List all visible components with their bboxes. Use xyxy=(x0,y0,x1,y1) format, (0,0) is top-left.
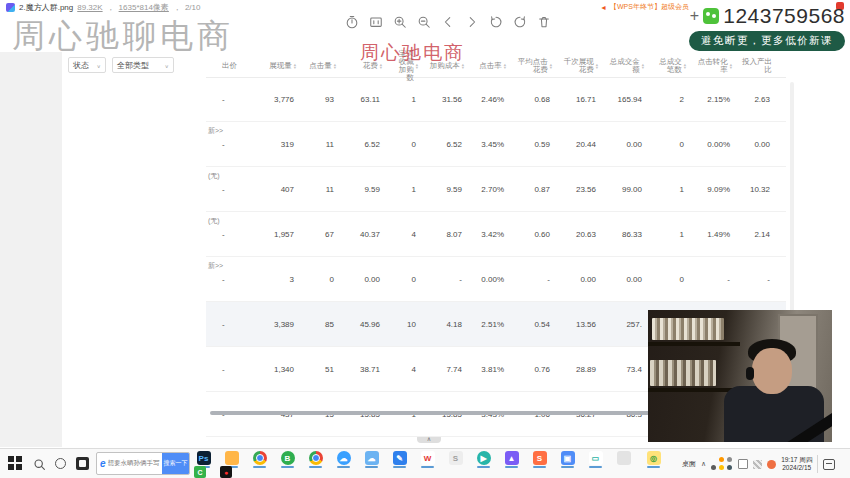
sort-icon[interactable]: ▴▾ xyxy=(730,63,732,70)
rotate-right-icon[interactable] xyxy=(512,14,527,29)
system-tray: 桌面 ∧ 19:17 周四 2024/2/15 xyxy=(682,449,835,478)
sort-icon[interactable]: ▴▾ xyxy=(294,63,296,70)
zoom-out-icon[interactable] xyxy=(416,14,431,29)
column-header-7[interactable]: 点击率▴▾ xyxy=(474,55,516,77)
desktop-toolbar-label[interactable]: 桌面 xyxy=(682,459,696,469)
column-header-label: 总成交笔数 xyxy=(654,58,682,74)
tray-icon-dot[interactable] xyxy=(711,465,716,470)
table-row[interactable]: (无)-407119.5919.592.70%0.8723.5699.0019.… xyxy=(206,167,786,212)
screen-capture-icon[interactable]: ▭ xyxy=(586,451,605,468)
column-header-3[interactable]: 点击量▴▾ xyxy=(306,55,346,77)
baidu-icon: B xyxy=(281,451,295,465)
table-row[interactable]: -3,7769363.11131.562.46%0.6816.71165.942… xyxy=(206,77,786,122)
wps-promo-banner[interactable]: ◄ 【WPS年终节】超级会员 xyxy=(600,2,689,12)
wps-icon[interactable]: W xyxy=(418,451,437,468)
task-view-icon[interactable] xyxy=(76,457,89,470)
table-cell: 28.89 xyxy=(562,347,608,391)
docs-pen-icon[interactable]: ✎ xyxy=(390,451,409,468)
next-icon[interactable] xyxy=(464,14,479,29)
camtasia-icon[interactable]: C xyxy=(194,466,206,478)
file-size-link[interactable]: 89.32K xyxy=(77,3,102,12)
delete-icon[interactable] xyxy=(536,14,551,29)
column-header-label: 投入产出比 xyxy=(742,58,772,74)
s-orange-icon[interactable]: S xyxy=(530,451,549,468)
column-header-9[interactable]: 千次展现花费▴▾ xyxy=(562,55,608,77)
ime-indicator-icon[interactable] xyxy=(738,459,748,469)
column-header-11[interactable]: 总成交笔数▴▾ xyxy=(654,55,696,77)
chrome-icon[interactable] xyxy=(306,451,325,468)
table-cell: 93 xyxy=(306,77,346,121)
start-button[interactable] xyxy=(8,456,23,471)
table-row[interactable]: 新>>-300.000-0.00%-0.000.000-- xyxy=(206,257,786,302)
action-center-icon[interactable] xyxy=(823,459,835,470)
chevron-down-icon: ∨ xyxy=(97,62,101,68)
prev-icon[interactable] xyxy=(440,14,455,29)
table-cell: 1,340 xyxy=(250,347,306,391)
type-filter-dropdown[interactable]: 全部类型 ∨ xyxy=(112,57,174,73)
actual-size-icon[interactable] xyxy=(368,14,383,29)
table-row[interactable]: (无)-1,9576740.3748.073.42%0.6020.6386.33… xyxy=(206,212,786,257)
paper-plane-icon: ▶ xyxy=(477,451,491,465)
recorder-icon[interactable]: ● xyxy=(220,466,232,478)
sort-icon[interactable]: ▴▾ xyxy=(550,63,552,70)
pictures-icon[interactable]: ▣ xyxy=(558,451,577,468)
image-viewer-2345-icon[interactable]: ▲ xyxy=(502,451,521,468)
viewer-app-icon xyxy=(6,3,15,12)
table-cell: 0.59 xyxy=(516,122,562,166)
tray-app-icon[interactable] xyxy=(753,460,762,469)
status-filter-dropdown[interactable]: 状态 ∨ xyxy=(68,57,106,73)
table-cell: 10.32 xyxy=(742,167,782,211)
table-row[interactable]: 新>>-319116.5206.523.45%0.5920.440.0000.0… xyxy=(206,122,786,167)
cloud-drive-icon[interactable]: ☁ xyxy=(362,451,381,468)
sort-icon[interactable]: ▴▾ xyxy=(334,63,336,70)
column-header-2[interactable]: 展现量▴▾ xyxy=(250,55,306,77)
file-dimensions-link[interactable]: 1635*814像素 xyxy=(119,2,169,13)
wps-banner-text[interactable]: 【WPS年终节】超级会员 xyxy=(610,2,689,12)
sort-icon[interactable]: ▴▾ xyxy=(684,63,686,70)
baidu-icon[interactable]: B xyxy=(278,451,297,468)
tray-flame-icon[interactable] xyxy=(767,460,776,469)
zoom-in-icon[interactable] xyxy=(392,14,407,29)
tray-icons[interactable] xyxy=(711,457,733,471)
file-name[interactable]: 2.魔方人群.png xyxy=(19,2,73,13)
column-header-12[interactable]: 点击转化率▴▾ xyxy=(696,55,742,77)
watermark-main: 周心驰聊电商 xyxy=(12,14,234,59)
table-cell: 45.96 xyxy=(346,302,392,346)
sort-icon[interactable]: ▴▾ xyxy=(596,63,598,70)
table-cell: - xyxy=(206,77,250,121)
hand-icon[interactable] xyxy=(344,14,359,29)
table-cell: 7.74 xyxy=(428,347,474,391)
tray-icon-dot[interactable] xyxy=(719,457,724,462)
photoshop-icon: Ps xyxy=(197,451,211,465)
taskbar-search-icon[interactable] xyxy=(33,457,46,475)
column-header-13[interactable]: 投入产出比 xyxy=(742,55,782,77)
search-go-button[interactable]: 搜索一下 xyxy=(162,453,189,474)
taskbar-search-box[interactable]: e 想要永晒孙俩手写 搜索一下 xyxy=(96,452,190,475)
browser-icon[interactable] xyxy=(250,451,269,468)
tray-icon-dot[interactable] xyxy=(719,465,724,470)
table-cell: 51 xyxy=(306,347,346,391)
column-header-8[interactable]: 平均点击花费▴▾ xyxy=(516,55,562,77)
tray-icon-dot[interactable] xyxy=(727,457,732,462)
active-underline xyxy=(449,466,462,468)
tray-icon-dot[interactable] xyxy=(727,465,732,470)
table-cell: - xyxy=(742,257,782,301)
horizontal-scrollbar[interactable] xyxy=(210,411,656,415)
sort-icon[interactable]: ▴▾ xyxy=(504,63,506,70)
wps-icon: W xyxy=(421,451,435,465)
search-query-text[interactable]: 想要永晒孙俩手写 xyxy=(108,459,162,468)
active-underline xyxy=(477,466,490,468)
taskbar-clock[interactable]: 19:17 周四 2024/2/15 xyxy=(781,456,812,472)
rotate-left-icon[interactable] xyxy=(488,14,503,29)
tray-expand-chevron[interactable]: ∧ xyxy=(701,460,706,468)
paper-plane-icon[interactable]: ▶ xyxy=(474,451,493,468)
sort-icon[interactable]: ▴▾ xyxy=(642,63,644,70)
cortana-icon[interactable] xyxy=(55,458,66,469)
left-gray-strip xyxy=(0,52,62,447)
tray-icon-dot[interactable] xyxy=(711,457,716,462)
cloud-360-icon[interactable]: ☁ xyxy=(334,451,353,468)
app-faint-icon[interactable] xyxy=(614,451,633,468)
wangwang-icon[interactable]: ◎ xyxy=(644,451,663,468)
sogou-icon[interactable]: S xyxy=(446,451,465,468)
column-header-10[interactable]: 总成交金额▴▾ xyxy=(608,55,654,77)
